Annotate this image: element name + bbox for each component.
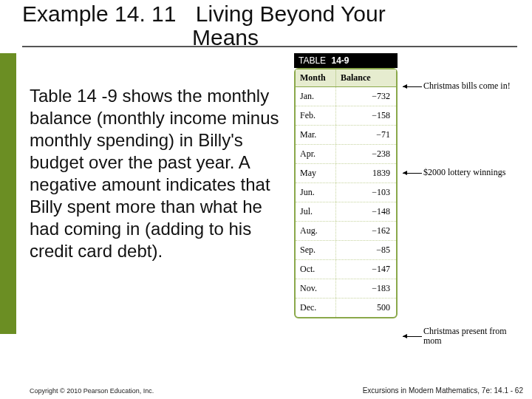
- table-header: Month Balance: [296, 69, 396, 87]
- cell-balance: −158: [336, 106, 396, 125]
- table-row: Oct.−147: [296, 260, 396, 279]
- caption-number: 14-9: [331, 55, 349, 66]
- table-row: May1839: [296, 164, 396, 183]
- title-line2: Means: [192, 26, 386, 50]
- accent-bar: [0, 53, 16, 334]
- callout-text: $2000 lottery winnings: [423, 167, 505, 177]
- arrow-icon: [403, 86, 422, 87]
- cell-balance: −238: [336, 145, 396, 163]
- col-balance: Balance: [336, 69, 396, 86]
- cell-balance: −148: [336, 202, 396, 221]
- cell-balance: −732: [336, 87, 396, 106]
- cell-balance: −183: [336, 279, 396, 298]
- slide-title: Example 14. 11 Living Beyond Your Means: [22, 2, 386, 49]
- cell-balance: −71: [336, 126, 396, 144]
- table-row: Feb.−158: [296, 106, 396, 126]
- cell-month: Apr.: [296, 145, 336, 163]
- arrow-icon: [403, 336, 422, 337]
- cell-month: Aug.: [296, 222, 336, 240]
- callout-text: Christmas present from mom: [423, 326, 507, 346]
- balance-table: Month Balance Jan.−732Feb.−158Mar.−71Apr…: [294, 68, 398, 318]
- cell-balance: −147: [336, 260, 396, 279]
- body-paragraph: Table 14 -9 shows the monthly balance (m…: [30, 85, 284, 262]
- title-rest: Living Beyond Your: [196, 2, 386, 26]
- cell-month: Feb.: [296, 106, 336, 125]
- cell-month: Dec.: [296, 299, 336, 317]
- cell-month: Oct.: [296, 260, 336, 279]
- cell-month: Mar.: [296, 126, 336, 144]
- footer-right: Excursions in Modern Mathematics, 7e: 14…: [363, 386, 523, 395]
- title-prefix: Example 14. 11: [22, 2, 176, 26]
- callout-christmas-present: Christmas present from mom: [423, 327, 519, 346]
- cell-balance: 1839: [336, 164, 396, 183]
- table-row: Dec.500: [296, 299, 396, 317]
- callout-christmas-bills: Christmas bills come in!: [423, 81, 519, 91]
- cell-month: Nov.: [296, 279, 336, 298]
- table-row: Jan.−732: [296, 87, 396, 106]
- cell-month: Jun.: [296, 183, 336, 202]
- table-row: Sep.−85: [296, 241, 396, 260]
- table-row: Mar.−71: [296, 126, 396, 145]
- cell-month: May: [296, 164, 336, 183]
- table-row: Jun.−103: [296, 183, 396, 202]
- copyright: Copyright © 2010 Pearson Education, Inc.: [30, 387, 154, 395]
- table-row: Jul.−148: [296, 202, 396, 222]
- arrow-icon: [403, 173, 422, 174]
- table-row: Aug.−162: [296, 222, 396, 241]
- caption-label: TABLE: [299, 55, 326, 66]
- table-caption: TABLE 14-9: [294, 53, 398, 68]
- cell-month: Jul.: [296, 202, 336, 221]
- cell-balance: 500: [336, 299, 396, 317]
- table-row: Nov.−183: [296, 279, 396, 299]
- callout-text: Christmas bills come in!: [423, 81, 511, 91]
- cell-month: Sep.: [296, 241, 336, 259]
- cell-balance: −85: [336, 241, 396, 259]
- col-month: Month: [296, 69, 336, 86]
- cell-month: Jan.: [296, 87, 336, 106]
- callout-lottery: $2000 lottery winnings: [423, 168, 519, 177]
- cell-balance: −162: [336, 222, 396, 240]
- table-row: Apr.−238: [296, 145, 396, 164]
- cell-balance: −103: [336, 183, 396, 202]
